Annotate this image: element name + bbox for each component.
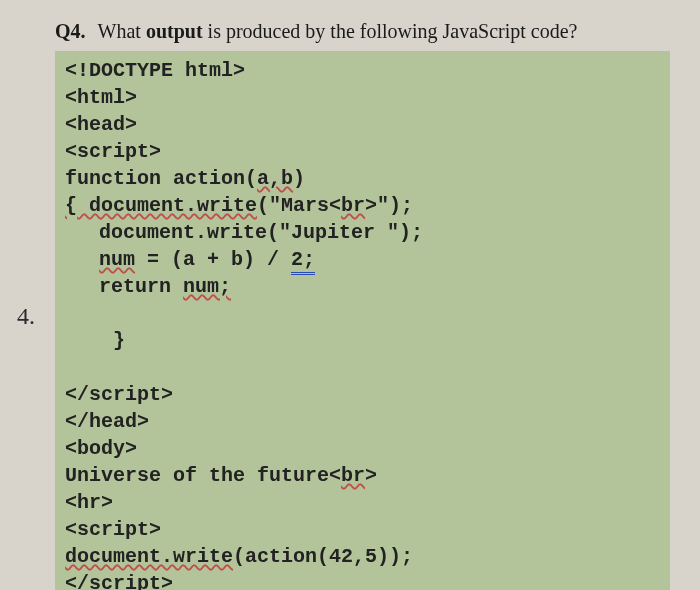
code-line: return num; [65,273,660,300]
code-line: <hr> [65,489,660,516]
code-wavy: br [341,194,365,217]
code-wavy: document.write [65,545,233,568]
code-text: function action( [65,167,257,190]
question-text-suffix: is produced by the following JavaScript … [203,20,578,42]
code-text: >"); [365,194,413,217]
code-line: 4.} [65,300,660,381]
question-header: Q4.What output is produced by the follow… [0,20,700,51]
question-number: Q4. [55,20,86,42]
code-line: </head> [65,408,660,435]
code-wavy: br [341,464,365,487]
code-line: <html> [65,84,660,111]
code-line: <script> [65,516,660,543]
code-line: <body> [65,435,660,462]
code-text: return [99,275,183,298]
code-text: } [113,329,125,352]
code-text: document.write("Jupiter "); [99,221,423,244]
code-line: document.write("Jupiter "); [65,219,660,246]
code-text: ) [293,167,305,190]
code-text: (action(42,5)); [233,545,413,568]
question-bold-word: output [146,20,203,42]
code-line: <script> [65,138,660,165]
code-line: <head> [65,111,660,138]
code-line: document.write(action(42,5)); [65,543,660,570]
code-line: { document.write("Mars<br>"); [65,192,660,219]
code-text: = (a + b) / [135,248,291,271]
code-wavy: a,b [257,167,293,190]
code-wavy: num [99,248,135,271]
code-wavy: { document.write [65,194,257,217]
margin-number: 4. [17,300,35,332]
code-block: <!DOCTYPE html> <html> <head> <script> f… [55,51,670,590]
code-line: <!DOCTYPE html> [65,57,660,84]
question-text-prefix: What [98,20,146,42]
code-text: ("Mars< [257,194,341,217]
code-line: num = (a + b) / 2; [65,246,660,273]
code-text: > [365,464,377,487]
code-line: function action(a,b) [65,165,660,192]
code-underlined: 2; [291,248,315,275]
code-text: Universe of the future< [65,464,341,487]
code-line: </script> [65,570,660,590]
code-line: </script> [65,381,660,408]
code-wavy: num; [183,275,231,298]
code-line: Universe of the future<br> [65,462,660,489]
